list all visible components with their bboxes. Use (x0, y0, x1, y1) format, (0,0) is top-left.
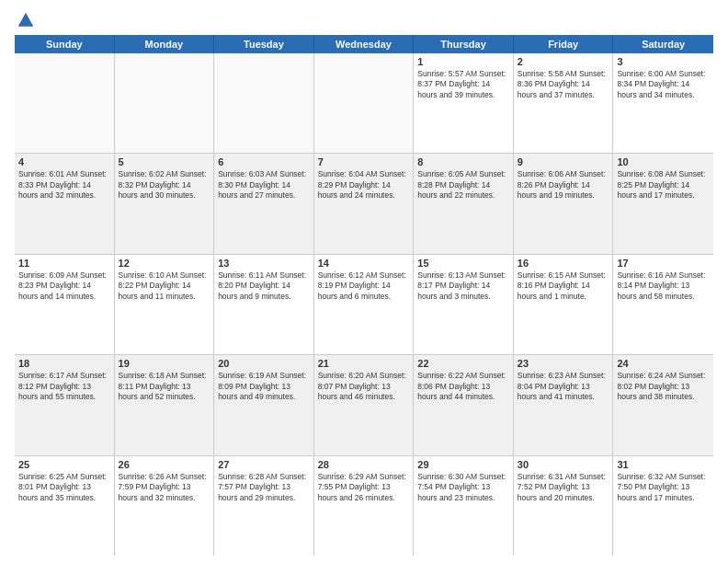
day-number: 5 (119, 156, 210, 167)
calendar-cell: 3Sunrise: 6:00 AM Sunset: 8:34 PM Daylig… (613, 53, 713, 153)
day-number: 24 (617, 358, 710, 369)
cell-text: Sunrise: 6:30 AM Sunset: 7:54 PM Dayligh… (417, 472, 509, 503)
calendar-header-cell: Sunday (15, 35, 115, 53)
day-number: 23 (518, 358, 609, 369)
calendar-cell: 22Sunrise: 6:22 AM Sunset: 8:06 PM Dayli… (414, 355, 514, 454)
day-number: 17 (617, 258, 710, 269)
day-number: 10 (617, 156, 710, 167)
calendar-cell: 29Sunrise: 6:30 AM Sunset: 7:54 PM Dayli… (414, 456, 514, 556)
cell-text: Sunrise: 6:24 AM Sunset: 8:02 PM Dayligh… (617, 371, 710, 402)
day-number: 30 (518, 459, 609, 470)
calendar-header-cell: Thursday (414, 35, 514, 53)
calendar-header-cell: Tuesday (214, 35, 314, 53)
cell-text: Sunrise: 6:08 AM Sunset: 8:25 PM Dayligh… (617, 169, 710, 201)
calendar-cell: 25Sunrise: 6:25 AM Sunset: 8:01 PM Dayli… (15, 456, 115, 556)
calendar-cell: 10Sunrise: 6:08 AM Sunset: 8:25 PM Dayli… (613, 154, 713, 253)
calendar-cell: 17Sunrise: 6:16 AM Sunset: 8:14 PM Dayli… (613, 255, 713, 354)
calendar-cell: 9Sunrise: 6:06 AM Sunset: 8:26 PM Daylig… (514, 154, 614, 253)
calendar-header-cell: Wednesday (314, 35, 415, 53)
calendar-cell: 2Sunrise: 5:58 AM Sunset: 8:36 PM Daylig… (514, 53, 614, 153)
calendar-cell (15, 53, 115, 153)
day-number: 27 (218, 459, 310, 470)
calendar-cell: 12Sunrise: 6:10 AM Sunset: 8:22 PM Dayli… (115, 255, 215, 354)
cell-text: Sunrise: 6:22 AM Sunset: 8:06 PM Dayligh… (417, 371, 509, 402)
calendar-header-cell: Friday (514, 35, 614, 53)
cell-text: Sunrise: 6:03 AM Sunset: 8:30 PM Dayligh… (218, 169, 310, 201)
cell-text: Sunrise: 6:06 AM Sunset: 8:26 PM Dayligh… (518, 169, 609, 201)
cell-text: Sunrise: 6:16 AM Sunset: 8:14 PM Dayligh… (617, 270, 710, 302)
calendar-cell: 18Sunrise: 6:17 AM Sunset: 8:12 PM Dayli… (15, 355, 115, 454)
calendar-cell (115, 53, 215, 153)
calendar-header-cell: Saturday (613, 35, 713, 53)
cell-text: Sunrise: 6:32 AM Sunset: 7:50 PM Dayligh… (617, 472, 710, 503)
day-number: 18 (18, 358, 110, 369)
cell-text: Sunrise: 6:10 AM Sunset: 8:22 PM Dayligh… (119, 270, 210, 302)
cell-text: Sunrise: 6:18 AM Sunset: 8:11 PM Dayligh… (119, 371, 210, 402)
cell-text: Sunrise: 5:58 AM Sunset: 8:36 PM Dayligh… (518, 69, 609, 100)
calendar: SundayMondayTuesdayWednesdayThursdayFrid… (15, 35, 713, 556)
cell-text: Sunrise: 6:25 AM Sunset: 8:01 PM Dayligh… (18, 472, 110, 503)
day-number: 8 (417, 156, 509, 167)
page: SundayMondayTuesdayWednesdayThursdayFrid… (0, 0, 728, 563)
cell-text: Sunrise: 6:23 AM Sunset: 8:04 PM Dayligh… (518, 371, 609, 402)
calendar-cell: 24Sunrise: 6:24 AM Sunset: 8:02 PM Dayli… (613, 355, 713, 454)
day-number: 2 (518, 56, 609, 67)
day-number: 12 (119, 258, 210, 269)
svg-marker-0 (18, 13, 34, 27)
day-number: 22 (417, 358, 509, 369)
cell-text: Sunrise: 6:00 AM Sunset: 8:34 PM Dayligh… (617, 69, 710, 100)
calendar-cell (214, 53, 314, 153)
cell-text: Sunrise: 6:13 AM Sunset: 8:17 PM Dayligh… (417, 270, 509, 302)
cell-text: Sunrise: 6:11 AM Sunset: 8:20 PM Dayligh… (218, 270, 310, 302)
calendar-cell: 21Sunrise: 6:20 AM Sunset: 8:07 PM Dayli… (314, 355, 415, 454)
calendar-cell: 8Sunrise: 6:05 AM Sunset: 8:28 PM Daylig… (414, 154, 514, 253)
calendar-cell (314, 53, 415, 153)
calendar-cell: 7Sunrise: 6:04 AM Sunset: 8:29 PM Daylig… (314, 154, 415, 253)
day-number: 20 (218, 358, 310, 369)
calendar-cell: 5Sunrise: 6:02 AM Sunset: 8:32 PM Daylig… (115, 154, 215, 253)
calendar-cell: 31Sunrise: 6:32 AM Sunset: 7:50 PM Dayli… (613, 456, 713, 556)
calendar-cell: 11Sunrise: 6:09 AM Sunset: 8:23 PM Dayli… (15, 255, 115, 354)
calendar-header: SundayMondayTuesdayWednesdayThursdayFrid… (15, 35, 713, 53)
day-number: 13 (218, 258, 310, 269)
calendar-header-cell: Monday (115, 35, 215, 53)
day-number: 31 (617, 459, 710, 470)
day-number: 4 (18, 156, 110, 167)
calendar-cell: 19Sunrise: 6:18 AM Sunset: 8:11 PM Dayli… (115, 355, 215, 454)
day-number: 6 (218, 156, 310, 167)
calendar-row: 4Sunrise: 6:01 AM Sunset: 8:33 PM Daylig… (15, 154, 713, 254)
calendar-row: 18Sunrise: 6:17 AM Sunset: 8:12 PM Dayli… (15, 355, 713, 455)
cell-text: Sunrise: 6:01 AM Sunset: 8:33 PM Dayligh… (18, 169, 110, 201)
calendar-cell: 30Sunrise: 6:31 AM Sunset: 7:52 PM Dayli… (514, 456, 614, 556)
cell-text: Sunrise: 6:15 AM Sunset: 8:16 PM Dayligh… (518, 270, 609, 302)
cell-text: Sunrise: 6:17 AM Sunset: 8:12 PM Dayligh… (18, 371, 110, 402)
cell-text: Sunrise: 6:31 AM Sunset: 7:52 PM Dayligh… (518, 472, 609, 503)
calendar-cell: 23Sunrise: 6:23 AM Sunset: 8:04 PM Dayli… (514, 355, 614, 454)
day-number: 9 (518, 156, 609, 167)
cell-text: Sunrise: 5:57 AM Sunset: 8:37 PM Dayligh… (417, 69, 509, 100)
calendar-row: 25Sunrise: 6:25 AM Sunset: 8:01 PM Dayli… (15, 456, 713, 556)
cell-text: Sunrise: 6:12 AM Sunset: 8:19 PM Dayligh… (318, 270, 410, 302)
cell-text: Sunrise: 6:26 AM Sunset: 7:59 PM Dayligh… (119, 472, 210, 503)
header (15, 11, 713, 29)
cell-text: Sunrise: 6:29 AM Sunset: 7:55 PM Dayligh… (318, 472, 410, 503)
logo-icon (17, 11, 35, 29)
calendar-cell: 1Sunrise: 5:57 AM Sunset: 8:37 PM Daylig… (414, 53, 514, 153)
calendar-row: 11Sunrise: 6:09 AM Sunset: 8:23 PM Dayli… (15, 255, 713, 355)
day-number: 19 (119, 358, 210, 369)
calendar-cell: 27Sunrise: 6:28 AM Sunset: 7:57 PM Dayli… (214, 456, 314, 556)
calendar-cell: 16Sunrise: 6:15 AM Sunset: 8:16 PM Dayli… (514, 255, 614, 354)
calendar-cell: 14Sunrise: 6:12 AM Sunset: 8:19 PM Dayli… (314, 255, 415, 354)
day-number: 21 (318, 358, 410, 369)
cell-text: Sunrise: 6:09 AM Sunset: 8:23 PM Dayligh… (18, 270, 110, 302)
day-number: 26 (119, 459, 210, 470)
day-number: 14 (318, 258, 410, 269)
calendar-cell: 20Sunrise: 6:19 AM Sunset: 8:09 PM Dayli… (214, 355, 314, 454)
cell-text: Sunrise: 6:20 AM Sunset: 8:07 PM Dayligh… (318, 371, 410, 402)
calendar-row: 1Sunrise: 5:57 AM Sunset: 8:37 PM Daylig… (15, 53, 713, 154)
calendar-cell: 6Sunrise: 6:03 AM Sunset: 8:30 PM Daylig… (214, 154, 314, 253)
logo (15, 11, 35, 29)
day-number: 25 (18, 459, 110, 470)
day-number: 16 (518, 258, 609, 269)
day-number: 7 (318, 156, 410, 167)
